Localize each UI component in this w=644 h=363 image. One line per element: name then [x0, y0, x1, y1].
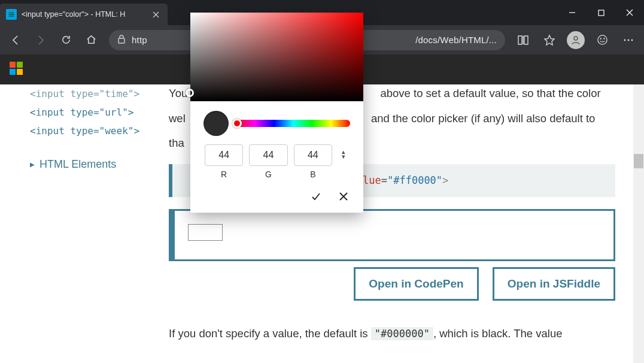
tab-close-icon[interactable] — [150, 8, 162, 20]
window-minimize-icon[interactable] — [558, 0, 587, 25]
more-icon[interactable] — [616, 28, 640, 52]
nav-section-html-elements[interactable]: ▶ HTML Elements — [30, 158, 159, 171]
favorite-icon[interactable] — [537, 28, 561, 52]
color-preview — [203, 111, 229, 136]
tab-title: <input type="color"> - HTML: H — [22, 10, 147, 19]
blue-input[interactable] — [294, 144, 332, 166]
svg-point-7 — [624, 39, 626, 41]
nav-item-input-url[interactable]: <input type="url"> — [30, 103, 159, 122]
sv-cursor-icon[interactable] — [186, 89, 194, 97]
reading-list-icon[interactable] — [511, 28, 535, 52]
open-jsfiddle-button[interactable]: Open in JSFiddle — [493, 267, 615, 301]
nav-refresh-icon[interactable] — [54, 28, 78, 52]
nav-back-icon[interactable] — [4, 28, 28, 52]
window-controls — [558, 0, 644, 25]
disclosure-triangle-icon: ▶ — [30, 161, 35, 168]
color-input[interactable] — [188, 224, 223, 241]
green-label: G — [249, 170, 287, 179]
svg-point-8 — [628, 39, 630, 41]
svg-point-3 — [574, 37, 578, 40]
svg-point-4 — [597, 35, 606, 44]
para-fragment: You — [169, 87, 187, 99]
para-fragment: and the color picker (if any) will also … — [371, 112, 595, 125]
svg-rect-0 — [9, 14, 14, 15]
svg-rect-2 — [119, 38, 124, 43]
picker-cancel-icon[interactable] — [337, 190, 350, 203]
lock-icon — [117, 34, 126, 46]
inline-code: "#000000" — [371, 327, 433, 340]
svg-point-6 — [603, 38, 604, 39]
hue-thumb-icon[interactable] — [232, 119, 242, 128]
browser-tab[interactable]: <input type="color"> - HTML: H — [0, 4, 168, 25]
nav-home-icon[interactable] — [79, 28, 103, 52]
saturation-value-panel[interactable] — [190, 13, 363, 101]
para-fragment: above to set a default value, so that th… — [381, 87, 601, 99]
vertical-scrollbar[interactable] — [633, 84, 644, 363]
live-example — [169, 209, 615, 261]
nav-forward-icon — [29, 28, 53, 52]
picker-confirm-icon[interactable] — [309, 190, 323, 203]
left-nav: <input type="time"> <input type="url"> <… — [0, 84, 164, 363]
url-left: http — [132, 35, 147, 45]
svg-point-9 — [631, 39, 633, 41]
tail-paragraph: If you don't specify a value, the defaul… — [169, 325, 615, 343]
window-close-icon[interactable] — [615, 0, 644, 25]
svg-rect-1 — [599, 10, 604, 16]
scrollbar-thumb[interactable] — [634, 154, 643, 168]
window-maximize-icon[interactable] — [587, 0, 615, 25]
para-fragment: wel — [169, 112, 186, 125]
hue-slider[interactable] — [236, 120, 350, 127]
red-label: R — [205, 170, 243, 179]
url-right: /docs/Web/HTML/... — [415, 35, 497, 45]
color-picker-popup: R G B ▴▾ — [190, 13, 363, 213]
svg-point-5 — [600, 38, 601, 39]
nav-item-input-week[interactable]: <input type="week"> — [30, 122, 159, 140]
format-toggle-icon[interactable]: ▴▾ — [338, 149, 349, 159]
blue-label: B — [294, 170, 332, 179]
open-codepen-button[interactable]: Open in CodePen — [354, 267, 478, 301]
tab-favicon — [6, 9, 17, 20]
profile-avatar[interactable] — [564, 28, 588, 52]
nav-item-input-time[interactable]: <input type="time"> — [30, 84, 159, 103]
feedback-icon[interactable] — [590, 28, 614, 52]
para-fragment: tha — [169, 137, 184, 149]
green-input[interactable] — [249, 144, 287, 166]
microsoft-logo-icon — [10, 62, 23, 75]
red-input[interactable] — [205, 144, 243, 166]
